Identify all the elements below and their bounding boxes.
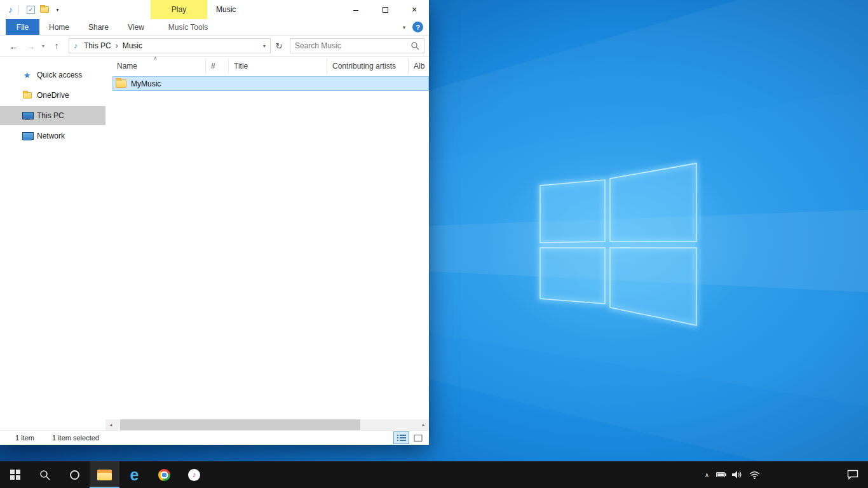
cortana-button[interactable] [60, 461, 90, 488]
selection-count: 1 item selected [52, 434, 99, 442]
refresh-button[interactable]: ↻ [272, 41, 286, 51]
sidebar-item-label: Quick access [37, 71, 82, 79]
scroll-left-icon[interactable]: ◂ [105, 423, 116, 428]
this-pc-icon [21, 112, 33, 120]
view-toggles [394, 432, 425, 444]
column-label: Title [234, 62, 248, 71]
details-view-icon [397, 435, 406, 442]
edge-icon: e [130, 467, 139, 483]
large-icons-view-icon [414, 435, 423, 442]
tab-music-tools[interactable]: Music Tools [159, 19, 217, 35]
tabrow-spacer [217, 19, 396, 35]
search-icon[interactable] [411, 42, 419, 50]
taskbar-chrome-button[interactable] [149, 461, 179, 488]
breadcrumb-this-pc[interactable]: This PC [80, 39, 115, 53]
qat-customize-chevron-icon[interactable]: ▾ [51, 3, 64, 17]
column-header-album[interactable]: Alb [409, 58, 429, 74]
taskbar-spacer [209, 461, 705, 488]
column-header-track-number[interactable]: # [206, 58, 229, 74]
tab-view[interactable]: View [118, 19, 154, 35]
taskbar: e ♪ ∧ [0, 461, 868, 488]
sidebar-item-label: This PC [37, 111, 64, 120]
window-body: ★ Quick access OneDrive This PC [0, 57, 429, 430]
address-bar-row: ← → ▾ ↑ ♪ This PC › Music ▾ ↻ [0, 36, 429, 57]
network-icon [21, 132, 33, 140]
column-header-name[interactable]: ∧ Name [105, 58, 206, 74]
large-icons-view-button[interactable] [410, 432, 425, 444]
search-input[interactable] [290, 41, 411, 50]
volume-icon[interactable] [732, 470, 742, 479]
file-row-mymusic[interactable]: MyMusic [112, 76, 429, 91]
column-label: Alb [414, 62, 424, 71]
recent-locations-chevron-icon[interactable]: ▾ [38, 43, 48, 49]
forward-button[interactable]: → [23, 41, 38, 51]
maximize-button[interactable] [370, 0, 400, 19]
taskbar-file-explorer-button[interactable] [90, 461, 119, 488]
sort-ascending-icon: ∧ [154, 55, 158, 61]
horizontal-scrollbar[interactable]: ◂ ▸ [105, 419, 429, 430]
scroll-right-icon[interactable]: ▸ [418, 423, 429, 428]
start-button[interactable] [0, 461, 30, 488]
status-bar: 1 item 1 item selected [0, 430, 429, 445]
tab-share[interactable]: Share [79, 19, 118, 35]
item-count: 1 item [15, 434, 34, 442]
file-list-area[interactable]: ∧ Name # Title Contributing artists Alb [105, 57, 429, 430]
taskbar-search-icon [39, 470, 50, 480]
cortana-icon [70, 470, 79, 480]
chrome-icon [158, 469, 170, 481]
new-folder-icon [40, 6, 49, 13]
qat-properties-button[interactable]: ✓ [24, 3, 37, 17]
column-header-title[interactable]: Title [229, 58, 327, 74]
wifi-icon[interactable] [749, 471, 760, 479]
column-header-contributing-artists[interactable]: Contributing artists [327, 58, 409, 74]
onedrive-icon [21, 92, 33, 98]
sidebar-item-network[interactable]: Network [0, 126, 105, 146]
sidebar-item-quick-access[interactable]: ★ Quick access [0, 65, 105, 85]
taskbar-itunes-button[interactable]: ♪ [179, 461, 209, 488]
itunes-icon: ♪ [188, 469, 200, 481]
tab-file[interactable]: File [6, 19, 39, 35]
contextual-tab-header-play[interactable]: Play [151, 0, 207, 19]
taskbar-search-button[interactable] [30, 461, 60, 488]
address-dropdown-icon[interactable]: ▾ [259, 43, 270, 49]
action-center-icon [847, 470, 858, 480]
qat-separator [18, 5, 19, 14]
qat-new-folder-button[interactable] [37, 3, 51, 17]
window-title: Music [216, 0, 236, 19]
taskbar-edge-button[interactable]: e [119, 461, 149, 488]
tray-expand-chevron-icon[interactable]: ∧ [705, 471, 709, 478]
close-button[interactable]: × [400, 0, 429, 19]
music-app-icon: ♪ [8, 4, 13, 15]
ribbon-tab-row: File Home Share View Music Tools ▾ ? [0, 19, 429, 36]
clock-area[interactable] [764, 461, 839, 488]
details-view-button[interactable] [394, 432, 409, 444]
system-tray: ∧ [705, 461, 760, 488]
titlebar: ♪ ✓ ▾ Play Music – × [0, 0, 429, 19]
action-center-button[interactable] [839, 461, 867, 488]
sidebar-item-onedrive[interactable]: OneDrive [0, 86, 105, 105]
music-folder-icon: ♪ [74, 41, 78, 50]
file-rows[interactable]: MyMusic [105, 74, 429, 419]
up-button[interactable]: ↑ [48, 41, 65, 51]
back-button[interactable]: ← [5, 41, 23, 51]
help-button[interactable]: ? [412, 22, 423, 32]
navigation-pane: ★ Quick access OneDrive This PC [0, 57, 105, 430]
sidebar-item-label: OneDrive [37, 91, 69, 100]
folder-icon [116, 79, 126, 88]
battery-icon[interactable] [716, 472, 725, 477]
quick-access-star-icon: ★ [21, 71, 33, 80]
search-box[interactable] [290, 38, 424, 53]
breadcrumb-music[interactable]: Music [119, 39, 146, 53]
expand-ribbon-chevron-icon[interactable]: ▾ [396, 19, 412, 35]
column-label: Contributing artists [332, 62, 396, 71]
scrollbar-track[interactable] [116, 419, 418, 430]
address-bar[interactable]: ♪ This PC › Music ▾ [69, 38, 271, 53]
tab-home[interactable]: Home [39, 19, 79, 35]
minimize-button[interactable]: – [341, 0, 370, 19]
column-headers: ∧ Name # Title Contributing artists Alb [105, 58, 429, 74]
file-explorer-icon [97, 470, 112, 480]
scrollbar-thumb[interactable] [120, 419, 360, 430]
sidebar-item-this-pc[interactable]: This PC [0, 106, 105, 125]
maximize-icon [383, 7, 388, 13]
sidebar-item-label: Network [37, 132, 65, 140]
